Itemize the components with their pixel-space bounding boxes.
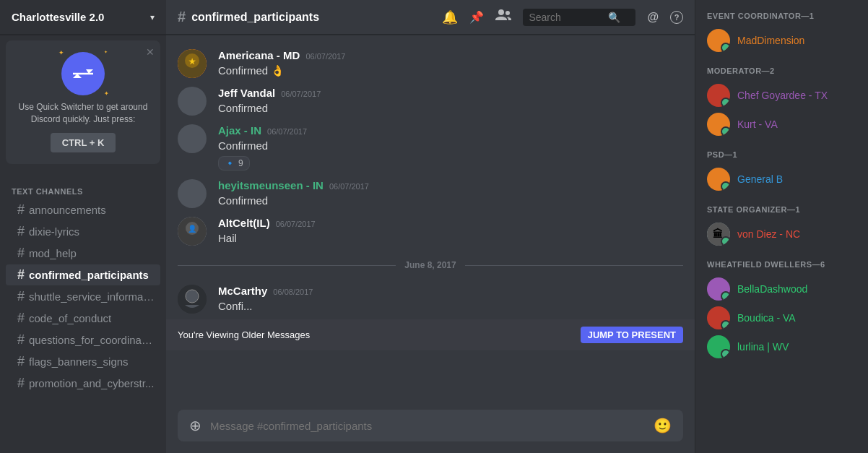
sidebar-item-code-of-conduct[interactable]: # code_of_conduct [6, 308, 160, 329]
members-icon[interactable] [495, 9, 511, 25]
member-name: BellaDashwood [737, 283, 807, 295]
add-file-icon[interactable]: ⊕ [189, 417, 201, 434]
sidebar-item-shuttle-service[interactable]: # shuttle_service_informat... [6, 286, 160, 307]
message-group: Jeff Vandal 06/07/2017 Confirmed [166, 84, 695, 118]
member-avatar [707, 277, 730, 301]
sidebar-item-dixie-lyrics[interactable]: # dixie-lyrics [6, 221, 160, 242]
role-title: PSD—1 [707, 150, 856, 159]
message-group: Ajax - IN 06/07/2017 Confirmed 🔹 9 [166, 121, 695, 173]
at-icon[interactable]: @ [647, 11, 659, 24]
quick-switcher-shortcut[interactable]: CTRL + K [51, 133, 116, 152]
date-text: June 8, 2017 [396, 260, 464, 270]
message-group: McCarthy 06/08/2017 Confi... [166, 282, 695, 316]
svg-point-7 [186, 290, 199, 303]
hash-icon: # [17, 289, 25, 304]
hash-icon: # [17, 267, 25, 282]
message-content: McCarthy 06/08/2017 Confi... [218, 285, 683, 314]
member-name: Boudica - VA [737, 312, 796, 324]
hash-icon: # [17, 354, 25, 369]
channels-section: TEXT CHANNELS # announcements # dixie-ly… [0, 170, 166, 453]
role-title: EVENT COORDINATOR—1 [707, 12, 856, 20]
message-text: Confirmed [218, 138, 683, 153]
member-item[interactable]: Chef Goyardee - TX [707, 81, 856, 110]
channel-name: flags_banners_signs [29, 355, 129, 368]
sidebar-item-announcements[interactable]: # announcements [6, 199, 160, 220]
jump-to-present-button[interactable]: JUMP TO PRESENT [581, 327, 683, 343]
hash-icon: # [17, 332, 25, 348]
channel-name: promotion_and_cyberstr... [29, 377, 154, 389]
avatar [178, 124, 207, 153]
quick-switcher-icon [61, 52, 105, 95]
sidebar-item-promotion[interactable]: # promotion_and_cyberstr... [6, 373, 160, 394]
message-timestamp: 06/08/2017 [273, 288, 313, 296]
message-input-area: ⊕ 🙂 [166, 410, 695, 453]
message-timestamp: 06/07/2017 [276, 220, 316, 228]
member-avatar [707, 306, 730, 329]
message-header: Jeff Vandal 06/07/2017 [218, 87, 683, 99]
role-section-coordinator: EVENT COORDINATOR—1 MadDimension [707, 12, 856, 55]
search-icon: 🔍 [608, 12, 620, 23]
message-text: Confirmed [218, 193, 683, 208]
header-icons: 🔔 📌 🔍 @ ? [442, 9, 683, 26]
role-section-psd: PSD—1 General B [707, 150, 856, 194]
emoji-icon[interactable]: 🙂 [654, 417, 672, 434]
message-author: McCarthy [218, 285, 267, 297]
search-bar[interactable]: 🔍 [523, 9, 635, 26]
server-chevron: ▾ [150, 12, 155, 22]
message-author: Americana - MD [218, 49, 300, 61]
sparkle-icon-2: ✦ [104, 49, 108, 54]
role-section-state-organizer: STATE ORGANIZER—1 🏛 von Diez - NC [707, 205, 856, 249]
role-title: MODERATOR—2 [707, 66, 856, 75]
older-messages-bar: You're Viewing Older Messages JUMP TO PR… [166, 319, 695, 350]
member-name: lurlina | WV [737, 341, 789, 353]
sidebar-item-questions[interactable]: # questions_for_coordinata... [6, 329, 160, 350]
message-author: Jeff Vandal [218, 87, 275, 99]
close-icon[interactable]: ✕ [146, 46, 155, 58]
member-item[interactable]: Boudica - VA [707, 303, 856, 332]
member-avatar [707, 113, 730, 136]
hash-icon: # [17, 246, 25, 261]
role-section-moderator: MODERATOR—2 Chef Goyardee - TX Kurt - VA [707, 66, 856, 139]
member-item[interactable]: MadDimension [707, 26, 856, 55]
message-group: 👤 AltCelt(IL) 06/07/2017 Hail [166, 214, 695, 249]
app: Charlottesville 2.0 ▾ ✕ ✦ ✦ ✦ [0, 0, 868, 453]
message-timestamp: 06/07/2017 [281, 90, 321, 98]
message-content: Ajax - IN 06/07/2017 Confirmed 🔹 9 [218, 124, 683, 171]
avatar: 👤 [178, 217, 207, 246]
member-name: von Diez - NC [737, 228, 800, 240]
avatar: ★ [178, 49, 207, 78]
message-timestamp: 06/07/2017 [267, 127, 307, 136]
message-input[interactable] [210, 420, 654, 432]
member-name: MadDimension [737, 35, 804, 46]
messages-area: ★ Americana - MD 06/07/2017 Confirmed 👌 [166, 35, 695, 410]
sidebar-item-flags-banners[interactable]: # flags_banners_signs [6, 351, 160, 372]
message-header: Ajax - IN 06/07/2017 [218, 124, 683, 137]
search-input[interactable] [529, 12, 608, 23]
right-sidebar: EVENT COORDINATOR—1 MadDimension MODERAT… [695, 0, 868, 453]
svg-text:★: ★ [188, 57, 196, 66]
bell-icon[interactable]: 🔔 [442, 9, 458, 25]
sidebar-item-mod-help[interactable]: # mod_help [6, 243, 160, 264]
channel-name: code_of_conduct [29, 312, 111, 324]
member-avatar [707, 29, 730, 52]
role-section-wheatfield: WHEATFIELD DWELLERS—6 BellaDashwood Boud… [707, 260, 856, 361]
member-avatar [707, 335, 730, 358]
message-text: Confirmed [218, 100, 683, 116]
help-icon[interactable]: ? [670, 11, 683, 24]
reaction-count: 9 [238, 158, 243, 168]
member-item[interactable]: 🏛 von Diez - NC [707, 220, 856, 249]
channel-name: questions_for_coordinata... [29, 334, 155, 346]
server-header[interactable]: Charlottesville 2.0 ▾ [0, 0, 166, 35]
channel-name: mod_help [29, 247, 77, 259]
member-item[interactable]: BellaDashwood [707, 275, 856, 303]
member-item[interactable]: Kurt - VA [707, 110, 856, 139]
member-item[interactable]: General B [707, 165, 856, 194]
message-timestamp: 06/07/2017 [305, 52, 345, 61]
sidebar-item-confirmed-participants[interactable]: # confirmed_participants [6, 264, 160, 285]
message-reaction[interactable]: 🔹 9 [218, 156, 250, 171]
message-author: heyitsmeunseen - IN [218, 179, 324, 191]
member-item[interactable]: lurlina | WV [707, 332, 856, 361]
sparkle-icon-3: ✦ [104, 90, 109, 97]
pin-icon[interactable]: 📌 [469, 10, 484, 24]
channel-name: announcements [29, 204, 106, 216]
